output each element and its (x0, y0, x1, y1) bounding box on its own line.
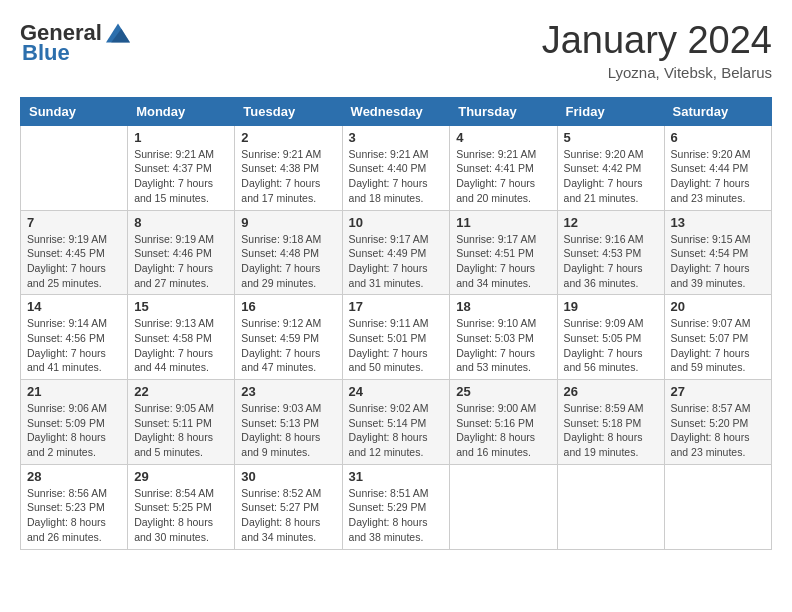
day-number: 19 (564, 299, 658, 314)
calendar-cell: 20Sunrise: 9:07 AMSunset: 5:07 PMDayligh… (664, 295, 771, 380)
location: Lyozna, Vitebsk, Belarus (542, 64, 772, 81)
day-info: Sunrise: 9:19 AMSunset: 4:45 PMDaylight:… (27, 232, 121, 291)
calendar-cell: 19Sunrise: 9:09 AMSunset: 5:05 PMDayligh… (557, 295, 664, 380)
weekday-header-tuesday: Tuesday (235, 97, 342, 125)
day-number: 10 (349, 215, 444, 230)
calendar-cell: 6Sunrise: 9:20 AMSunset: 4:44 PMDaylight… (664, 125, 771, 210)
calendar-header-row: SundayMondayTuesdayWednesdayThursdayFrid… (21, 97, 772, 125)
calendar-cell (450, 464, 557, 549)
day-info: Sunrise: 9:12 AMSunset: 4:59 PMDaylight:… (241, 316, 335, 375)
day-info: Sunrise: 9:13 AMSunset: 4:58 PMDaylight:… (134, 316, 228, 375)
weekday-header-wednesday: Wednesday (342, 97, 450, 125)
calendar: SundayMondayTuesdayWednesdayThursdayFrid… (20, 97, 772, 550)
day-number: 29 (134, 469, 228, 484)
day-info: Sunrise: 8:54 AMSunset: 5:25 PMDaylight:… (134, 486, 228, 545)
day-number: 26 (564, 384, 658, 399)
calendar-cell: 22Sunrise: 9:05 AMSunset: 5:11 PMDayligh… (128, 380, 235, 465)
calendar-cell: 26Sunrise: 8:59 AMSunset: 5:18 PMDayligh… (557, 380, 664, 465)
calendar-week-2: 7Sunrise: 9:19 AMSunset: 4:45 PMDaylight… (21, 210, 772, 295)
month-title: January 2024 (542, 20, 772, 62)
day-info: Sunrise: 9:21 AMSunset: 4:38 PMDaylight:… (241, 147, 335, 206)
day-number: 7 (27, 215, 121, 230)
day-info: Sunrise: 8:56 AMSunset: 5:23 PMDaylight:… (27, 486, 121, 545)
weekday-header-thursday: Thursday (450, 97, 557, 125)
calendar-cell: 28Sunrise: 8:56 AMSunset: 5:23 PMDayligh… (21, 464, 128, 549)
day-info: Sunrise: 9:21 AMSunset: 4:41 PMDaylight:… (456, 147, 550, 206)
day-number: 21 (27, 384, 121, 399)
day-number: 14 (27, 299, 121, 314)
day-info: Sunrise: 8:51 AMSunset: 5:29 PMDaylight:… (349, 486, 444, 545)
day-info: Sunrise: 9:17 AMSunset: 4:49 PMDaylight:… (349, 232, 444, 291)
calendar-cell: 7Sunrise: 9:19 AMSunset: 4:45 PMDaylight… (21, 210, 128, 295)
calendar-week-3: 14Sunrise: 9:14 AMSunset: 4:56 PMDayligh… (21, 295, 772, 380)
calendar-cell: 9Sunrise: 9:18 AMSunset: 4:48 PMDaylight… (235, 210, 342, 295)
day-info: Sunrise: 9:16 AMSunset: 4:53 PMDaylight:… (564, 232, 658, 291)
day-number: 13 (671, 215, 765, 230)
title-section: January 2024 Lyozna, Vitebsk, Belarus (542, 20, 772, 81)
day-number: 4 (456, 130, 550, 145)
day-info: Sunrise: 9:03 AMSunset: 5:13 PMDaylight:… (241, 401, 335, 460)
day-number: 17 (349, 299, 444, 314)
calendar-cell: 15Sunrise: 9:13 AMSunset: 4:58 PMDayligh… (128, 295, 235, 380)
logo-icon (106, 23, 130, 43)
day-info: Sunrise: 9:14 AMSunset: 4:56 PMDaylight:… (27, 316, 121, 375)
day-number: 3 (349, 130, 444, 145)
day-info: Sunrise: 9:19 AMSunset: 4:46 PMDaylight:… (134, 232, 228, 291)
day-info: Sunrise: 9:07 AMSunset: 5:07 PMDaylight:… (671, 316, 765, 375)
calendar-cell: 29Sunrise: 8:54 AMSunset: 5:25 PMDayligh… (128, 464, 235, 549)
calendar-cell: 2Sunrise: 9:21 AMSunset: 4:38 PMDaylight… (235, 125, 342, 210)
weekday-header-monday: Monday (128, 97, 235, 125)
calendar-cell: 17Sunrise: 9:11 AMSunset: 5:01 PMDayligh… (342, 295, 450, 380)
day-info: Sunrise: 9:20 AMSunset: 4:44 PMDaylight:… (671, 147, 765, 206)
calendar-cell: 21Sunrise: 9:06 AMSunset: 5:09 PMDayligh… (21, 380, 128, 465)
day-info: Sunrise: 9:21 AMSunset: 4:40 PMDaylight:… (349, 147, 444, 206)
day-info: Sunrise: 9:18 AMSunset: 4:48 PMDaylight:… (241, 232, 335, 291)
day-info: Sunrise: 8:57 AMSunset: 5:20 PMDaylight:… (671, 401, 765, 460)
day-number: 23 (241, 384, 335, 399)
calendar-cell: 14Sunrise: 9:14 AMSunset: 4:56 PMDayligh… (21, 295, 128, 380)
weekday-header-sunday: Sunday (21, 97, 128, 125)
day-number: 5 (564, 130, 658, 145)
calendar-cell: 25Sunrise: 9:00 AMSunset: 5:16 PMDayligh… (450, 380, 557, 465)
day-number: 28 (27, 469, 121, 484)
day-number: 31 (349, 469, 444, 484)
day-number: 6 (671, 130, 765, 145)
page-header: General Blue January 2024 Lyozna, Vitebs… (20, 20, 772, 81)
calendar-cell: 13Sunrise: 9:15 AMSunset: 4:54 PMDayligh… (664, 210, 771, 295)
logo: General Blue (20, 20, 130, 66)
weekday-header-friday: Friday (557, 97, 664, 125)
day-info: Sunrise: 9:10 AMSunset: 5:03 PMDaylight:… (456, 316, 550, 375)
day-info: Sunrise: 9:21 AMSunset: 4:37 PMDaylight:… (134, 147, 228, 206)
day-number: 27 (671, 384, 765, 399)
day-number: 15 (134, 299, 228, 314)
calendar-cell: 10Sunrise: 9:17 AMSunset: 4:49 PMDayligh… (342, 210, 450, 295)
weekday-header-saturday: Saturday (664, 97, 771, 125)
day-number: 18 (456, 299, 550, 314)
calendar-cell (664, 464, 771, 549)
day-info: Sunrise: 9:11 AMSunset: 5:01 PMDaylight:… (349, 316, 444, 375)
day-info: Sunrise: 9:17 AMSunset: 4:51 PMDaylight:… (456, 232, 550, 291)
calendar-week-4: 21Sunrise: 9:06 AMSunset: 5:09 PMDayligh… (21, 380, 772, 465)
day-info: Sunrise: 9:02 AMSunset: 5:14 PMDaylight:… (349, 401, 444, 460)
day-info: Sunrise: 9:06 AMSunset: 5:09 PMDaylight:… (27, 401, 121, 460)
calendar-cell: 8Sunrise: 9:19 AMSunset: 4:46 PMDaylight… (128, 210, 235, 295)
day-number: 8 (134, 215, 228, 230)
calendar-cell: 5Sunrise: 9:20 AMSunset: 4:42 PMDaylight… (557, 125, 664, 210)
calendar-week-1: 1Sunrise: 9:21 AMSunset: 4:37 PMDaylight… (21, 125, 772, 210)
day-info: Sunrise: 9:09 AMSunset: 5:05 PMDaylight:… (564, 316, 658, 375)
calendar-cell: 12Sunrise: 9:16 AMSunset: 4:53 PMDayligh… (557, 210, 664, 295)
calendar-cell (557, 464, 664, 549)
day-number: 24 (349, 384, 444, 399)
calendar-cell: 3Sunrise: 9:21 AMSunset: 4:40 PMDaylight… (342, 125, 450, 210)
day-number: 9 (241, 215, 335, 230)
logo-blue: Blue (22, 40, 70, 66)
day-number: 11 (456, 215, 550, 230)
day-info: Sunrise: 9:15 AMSunset: 4:54 PMDaylight:… (671, 232, 765, 291)
calendar-cell: 18Sunrise: 9:10 AMSunset: 5:03 PMDayligh… (450, 295, 557, 380)
calendar-cell (21, 125, 128, 210)
calendar-cell: 24Sunrise: 9:02 AMSunset: 5:14 PMDayligh… (342, 380, 450, 465)
day-info: Sunrise: 9:20 AMSunset: 4:42 PMDaylight:… (564, 147, 658, 206)
day-number: 16 (241, 299, 335, 314)
calendar-cell: 11Sunrise: 9:17 AMSunset: 4:51 PMDayligh… (450, 210, 557, 295)
day-number: 25 (456, 384, 550, 399)
